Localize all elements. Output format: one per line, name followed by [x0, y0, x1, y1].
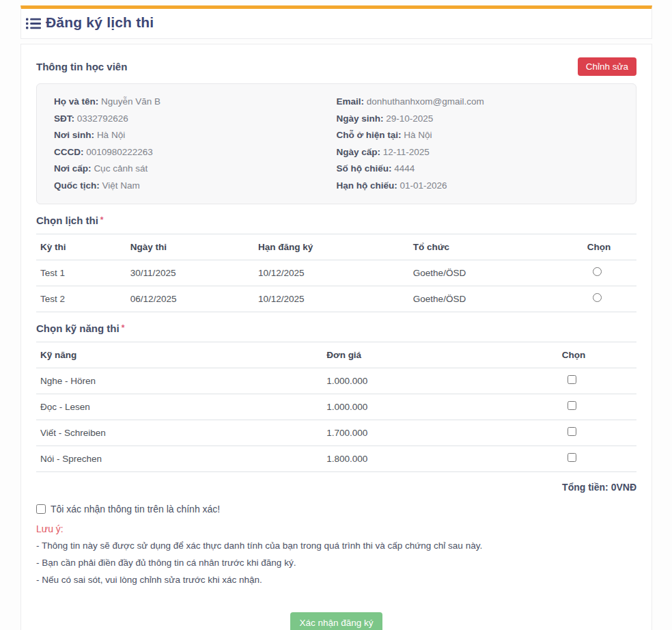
exam-name: Test 2: [36, 286, 126, 312]
exam-date: 30/11/2025: [126, 260, 254, 286]
student-info-box: Họ và tên: Nguyễn Văn B SĐT: 0332792626 …: [36, 83, 636, 204]
skill-row: Viết - Schreiben 1.700.000: [36, 420, 636, 446]
exam-deadline: 10/12/2025: [254, 260, 409, 286]
confirm-checkbox[interactable]: [36, 504, 46, 514]
exam-schedule-heading: Chọn lịch thi*: [36, 215, 636, 234]
registration-card: Thông tin học viên Chỉnh sửa Họ và tên: …: [20, 44, 652, 630]
exam-name: Test 1: [36, 260, 126, 286]
field-id-issuer: Nơi cấp: Cục cảnh sát: [54, 161, 337, 178]
field-id-issue-date: Ngày cấp: 12-11-2025: [337, 144, 619, 161]
note-item: - Nếu có sai sót, vui lòng chỉnh sửa trư…: [36, 575, 636, 586]
skill-select-cell: [558, 368, 636, 394]
column-skill: Kỹ năng: [36, 342, 322, 368]
column-exam-date: Ngày thi: [126, 234, 254, 260]
exam-schedule-table: Kỳ thi Ngày thi Hạn đăng ký Tổ chức Chọn…: [36, 234, 636, 312]
skill-select-checkbox[interactable]: [568, 401, 576, 410]
confirm-label: Tôi xác nhận thông tin trên là chính xác…: [51, 504, 220, 515]
note-item: - Thông tin này sẽ được sử dụng để xác t…: [36, 540, 636, 551]
page-title: Đăng ký lịch thi: [46, 14, 154, 31]
skills-table: Kỹ năng Đơn giá Chọn Nghe - Hören 1.000.…: [36, 342, 636, 472]
exam-select-cell: [583, 260, 636, 286]
field-birthplace: Nơi sinh: Hà Nội: [54, 127, 337, 144]
skill-name: Viết - Schreiben: [36, 420, 322, 446]
skill-select-cell: [558, 446, 636, 472]
skill-select-cell: [558, 420, 636, 446]
skill-row: Nói - Sprechen 1.800.000: [36, 446, 636, 472]
submit-button[interactable]: Xác nhận đăng ký: [290, 612, 382, 630]
exam-select-radio[interactable]: [593, 267, 602, 276]
header-title-row: Đăng ký lịch thi: [26, 14, 646, 31]
field-full-name: Họ và tên: Nguyễn Văn B: [54, 94, 337, 111]
required-mark: *: [122, 323, 125, 333]
student-info-left-column: Họ và tên: Nguyễn Văn B SĐT: 0332792626 …: [54, 94, 337, 194]
skill-price: 1.700.000: [322, 420, 558, 446]
field-birthdate: Ngày sinh: 29-10-2025: [337, 111, 619, 128]
student-info-right-column: Email: donhuthanhxom@gmail.com Ngày sinh…: [337, 94, 619, 194]
page-header: Đăng ký lịch thi: [20, 5, 652, 39]
skill-row: Nghe - Hören 1.000.000: [36, 368, 636, 394]
skill-name: Đọc - Lesen: [36, 394, 322, 420]
exam-select-cell: [583, 286, 636, 312]
field-id-number: CCCD: 0010980222263: [54, 144, 337, 161]
total-amount: Tổng tiền: 0VNĐ: [36, 482, 636, 493]
column-select: Chọn: [558, 342, 636, 368]
field-nationality: Quốc tịch: Việt Nam: [54, 178, 337, 195]
exam-organizer: Goethe/ÖSD: [409, 260, 583, 286]
exam-table-header-row: Kỳ thi Ngày thi Hạn đăng ký Tổ chức Chọn: [36, 234, 636, 260]
skill-price: 1.800.000: [322, 446, 558, 472]
exam-row: Test 2 06/12/2025 10/12/2025 Goethe/ÖSD: [36, 286, 636, 312]
column-select: Chọn: [583, 234, 636, 260]
column-organizer: Tổ chức: [409, 234, 583, 260]
skill-select-cell: [558, 394, 636, 420]
notes-heading: Lưu ý:: [36, 523, 636, 534]
skill-price: 1.000.000: [322, 368, 558, 394]
list-icon: [26, 18, 41, 29]
skill-name: Nghe - Hören: [36, 368, 322, 394]
column-deadline: Hạn đăng ký: [254, 234, 409, 260]
field-passport-expiry: Hạn hộ chiếu: 01-01-2026: [337, 178, 619, 195]
skills-table-header-row: Kỹ năng Đơn giá Chọn: [36, 342, 636, 368]
field-current-address: Chỗ ở hiện tại: Hà Nội: [337, 127, 619, 144]
skill-row: Đọc - Lesen 1.000.000: [36, 394, 636, 420]
exam-organizer: Goethe/ÖSD: [409, 286, 583, 312]
confirm-row: Tôi xác nhận thông tin trên là chính xác…: [36, 504, 636, 515]
skill-select-checkbox[interactable]: [568, 427, 576, 436]
edit-button[interactable]: Chỉnh sửa: [578, 57, 636, 76]
column-exam: Kỳ thi: [36, 234, 126, 260]
column-price: Đơn giá: [322, 342, 558, 368]
skill-name: Nói - Sprechen: [36, 446, 322, 472]
skill-select-checkbox[interactable]: [568, 453, 576, 462]
required-mark: *: [100, 215, 104, 225]
student-info-heading: Thông tin học viên: [36, 61, 127, 72]
submit-row: Xác nhận đăng ký: [36, 612, 636, 630]
note-item: - Bạn cần phải điền đầy đủ thông tin cá …: [36, 558, 636, 569]
student-info-header-row: Thông tin học viên Chỉnh sửa: [36, 57, 636, 76]
skills-heading: Chọn kỹ năng thi*: [36, 323, 636, 342]
exam-deadline: 10/12/2025: [254, 286, 409, 312]
skill-select-checkbox[interactable]: [568, 375, 576, 384]
skill-price: 1.000.000: [322, 394, 558, 420]
page: Đăng ký lịch thi Thông tin học viên Chỉn…: [0, 0, 672, 630]
field-passport-number: Số hộ chiếu: 4444: [337, 161, 619, 178]
exam-date: 06/12/2025: [126, 286, 254, 312]
exam-row: Test 1 30/11/2025 10/12/2025 Goethe/ÖSD: [36, 260, 636, 286]
field-email: Email: donhuthanhxom@gmail.com: [337, 94, 619, 111]
field-phone: SĐT: 0332792626: [54, 111, 337, 128]
exam-select-radio[interactable]: [593, 293, 602, 302]
